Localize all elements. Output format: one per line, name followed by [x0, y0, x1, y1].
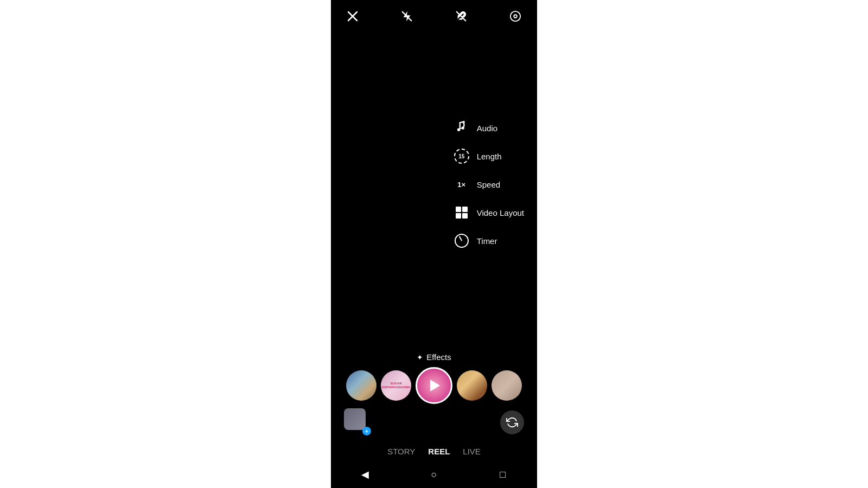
video-layout-label: Video Layout [477, 208, 524, 217]
nav-tabs: STORY REEL LIVE [387, 445, 481, 458]
video-layout-menu-item[interactable]: Video Layout [453, 204, 524, 221]
effect-thumb-person[interactable] [492, 370, 522, 401]
length-menu-item[interactable]: 15 Length [453, 147, 524, 165]
side-menu: Audio 15 Length 1× Speed [453, 119, 524, 249]
recent-button[interactable]: □ [492, 464, 514, 485]
effects-label: Effects [426, 352, 451, 362]
speed-label: Speed [477, 180, 500, 189]
speed-icon: 1× [453, 176, 470, 193]
timer-menu-item[interactable]: Timer [453, 232, 524, 249]
tab-reel[interactable]: REEL [428, 445, 450, 458]
effect-thumb-reel-active[interactable] [416, 367, 452, 404]
svg-point-7 [510, 11, 520, 21]
close-button[interactable] [344, 8, 361, 25]
effects-thumbnails: SUGARGINTARASDUOBA [346, 367, 522, 404]
bottom-nav: + STORY REEL LIVE [331, 445, 537, 458]
tab-live[interactable]: LIVE [463, 445, 481, 458]
audio-icon [453, 119, 470, 137]
feather-off-icon[interactable] [452, 8, 470, 25]
gallery-icon [344, 408, 366, 430]
effects-label-row[interactable]: ✦ Effects [417, 352, 451, 362]
flash-off-icon[interactable] [398, 8, 416, 25]
speed-menu-item[interactable]: 1× Speed [453, 176, 524, 193]
play-icon [430, 380, 440, 391]
length-icon: 15 [453, 147, 470, 165]
effect-thumb-avatar[interactable] [457, 370, 487, 401]
tab-story[interactable]: STORY [387, 445, 415, 458]
back-button[interactable]: ◀ [354, 464, 376, 485]
svg-point-8 [514, 15, 517, 18]
length-circle: 15 [454, 149, 469, 164]
svg-point-10 [461, 126, 464, 129]
phone-screen: Audio 15 Length 1× Speed [331, 0, 537, 488]
audio-menu-item[interactable]: Audio [453, 119, 524, 137]
video-layout-icon [453, 204, 470, 221]
android-nav-bar: ◀ ○ □ [331, 461, 537, 488]
home-button[interactable]: ○ [423, 464, 445, 485]
timer-icon [453, 232, 470, 249]
effects-section: ✦ Effects SUGARGINTARASDUOBA [331, 352, 537, 404]
audio-label: Audio [477, 124, 497, 133]
effect-thumb-sugar[interactable]: SUGARGINTARASDUOBA [381, 370, 411, 401]
effect-thumb-landscape[interactable] [346, 370, 376, 401]
timer-label: Timer [477, 236, 497, 246]
sparkle-icon: ✦ [417, 353, 423, 362]
plus-badge: + [362, 427, 371, 435]
gallery-button[interactable]: + [344, 408, 370, 434]
flip-camera-button[interactable] [500, 410, 524, 434]
length-label: Length [477, 152, 502, 161]
top-bar [331, 0, 537, 33]
settings-icon[interactable] [507, 8, 524, 25]
